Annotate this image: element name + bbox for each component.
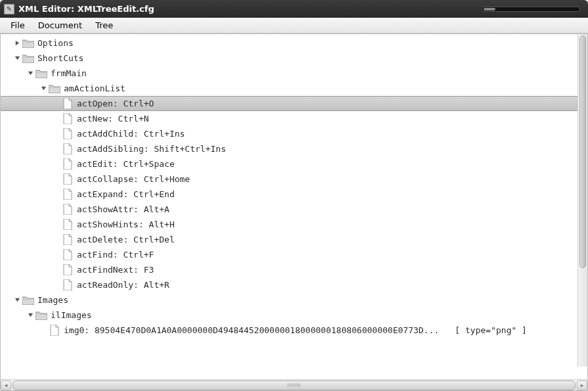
folder-icon — [35, 310, 48, 321]
tree-label: actEdit: Ctrl+Space — [77, 156, 175, 172]
tree-leaf[interactable]: actShowAttr: Alt+A — [1, 202, 587, 217]
window-title: XML Editor: XMLTreeEdit.cfg — [18, 4, 154, 14]
tree-leaf[interactable]: actAddChild: Ctrl+Ins — [1, 126, 587, 141]
file-icon — [61, 173, 74, 185]
tree-label: actFind: Ctrl+F — [77, 247, 154, 262]
scrollbar-track[interactable] — [12, 380, 576, 390]
tree-label: actAddChild: Ctrl+Ins — [77, 126, 185, 141]
tree-node-ilimages[interactable]: ilImages — [1, 308, 587, 323]
tree-label: actShowAttr: Alt+A — [77, 202, 170, 217]
horizontal-scrollbar[interactable]: ◂ ▸ — [1, 379, 587, 390]
expand-arrow-icon[interactable] — [12, 40, 22, 46]
tree-leaf[interactable]: actEdit: Ctrl+Space — [1, 156, 587, 172]
tree-view[interactable]: Options ShortCuts frmMain amA — [1, 34, 587, 379]
file-icon — [61, 279, 74, 291]
titlebar-slider[interactable] — [482, 7, 580, 12]
tree-node-shortcuts[interactable]: ShortCuts — [1, 51, 587, 66]
collapse-arrow-icon[interactable] — [26, 312, 35, 318]
file-icon — [61, 249, 74, 261]
tree-label: actShowHints: Alt+H — [77, 217, 175, 232]
file-icon — [61, 128, 74, 140]
tree-leaf[interactable]: actNew: Ctrl+N — [1, 111, 587, 126]
file-icon — [61, 264, 74, 276]
tree-leaf[interactable]: actDelete: Ctrl+Del — [1, 232, 587, 247]
tree-node-frmmain[interactable]: frmMain — [1, 66, 587, 81]
titlebar[interactable]: ✎ XML Editor: XMLTreeEdit.cfg — [0, 0, 588, 18]
folder-icon — [22, 294, 35, 306]
tree-leaf[interactable]: actFind: Ctrl+F — [1, 247, 587, 262]
menu-tree[interactable]: Tree — [89, 19, 120, 32]
tree-label: Images — [37, 292, 68, 308]
tree-node-amactionlist[interactable]: amActionList — [1, 81, 587, 96]
file-icon — [48, 325, 61, 336]
tree-label: amActionList — [64, 81, 125, 96]
tree-leaf-img0[interactable]: img0: 89504E470D0A1A0A0000000D4948445200… — [1, 323, 587, 338]
folder-icon — [22, 53, 35, 64]
file-icon — [61, 98, 74, 110]
tree-label: actOpen: Ctrl+O — [77, 97, 154, 110]
tree-label: actReadOnly: Alt+R — [77, 277, 170, 292]
tree-label: actFindNext: F3 — [77, 262, 154, 277]
tree-label: img0: 89504E470D0A1A0A0000000D4948445200… — [64, 323, 439, 338]
file-icon — [61, 189, 74, 200]
tree-leaf[interactable]: actShowHints: Alt+H — [1, 217, 587, 232]
collapse-arrow-icon[interactable] — [12, 55, 22, 61]
file-icon — [61, 113, 74, 125]
tree-label: Options — [37, 35, 74, 51]
file-icon — [61, 234, 74, 246]
collapse-arrow-icon[interactable] — [12, 297, 22, 303]
file-icon — [61, 158, 74, 170]
app-icon: ✎ — [4, 4, 14, 14]
file-icon — [61, 143, 74, 155]
file-icon — [61, 219, 74, 231]
tree-leaf[interactable]: actCollapse: Ctrl+Home — [1, 172, 587, 187]
menu-document[interactable]: Document — [32, 19, 89, 32]
tree-leaf[interactable]: actReadOnly: Alt+R — [1, 277, 587, 292]
tree-node-images[interactable]: Images — [1, 292, 587, 308]
tree-leaf[interactable]: actFindNext: F3 — [1, 262, 587, 277]
tree-leaf-actopen[interactable]: actOpen: Ctrl+O — [1, 96, 587, 111]
menubar: File Document Tree — [0, 18, 588, 34]
tree-label: frmMain — [51, 66, 87, 81]
file-icon — [61, 204, 74, 216]
folder-icon — [48, 83, 61, 95]
collapse-arrow-icon[interactable] — [26, 70, 35, 76]
folder-icon — [22, 37, 35, 49]
tree-label: actCollapse: Ctrl+Home — [77, 172, 190, 187]
scroll-right-button[interactable]: ▸ — [577, 380, 587, 390]
tree-node-options[interactable]: Options — [1, 35, 587, 51]
client-area: Options ShortCuts frmMain amA — [0, 34, 588, 391]
tree-leaf[interactable]: actExpand: Ctrl+End — [1, 187, 587, 202]
tree-label: ilImages — [51, 308, 92, 323]
tree-leaf[interactable]: actAddSibling: Shift+Ctrl+Ins — [1, 141, 587, 156]
scrollbar-thumb[interactable] — [12, 380, 576, 390]
menu-file[interactable]: File — [4, 19, 32, 32]
tree-label: actNew: Ctrl+N — [77, 111, 149, 126]
tree-label: actAddSibling: Shift+Ctrl+Ins — [77, 141, 226, 156]
tree-label: ShortCuts — [37, 51, 83, 66]
tree-label: actDelete: Ctrl+Del — [77, 232, 175, 247]
tree-label: actExpand: Ctrl+End — [77, 187, 175, 202]
vertical-scrollbar[interactable] — [577, 34, 587, 367]
scroll-left-button[interactable]: ◂ — [1, 380, 11, 390]
window: ✎ XML Editor: XMLTreeEdit.cfg File Docum… — [0, 0, 588, 391]
scrollbar-thumb[interactable] — [579, 35, 586, 268]
collapse-arrow-icon[interactable] — [39, 85, 48, 91]
tree-attrs: [ type="png" ] — [455, 323, 527, 338]
folder-icon — [35, 68, 48, 80]
